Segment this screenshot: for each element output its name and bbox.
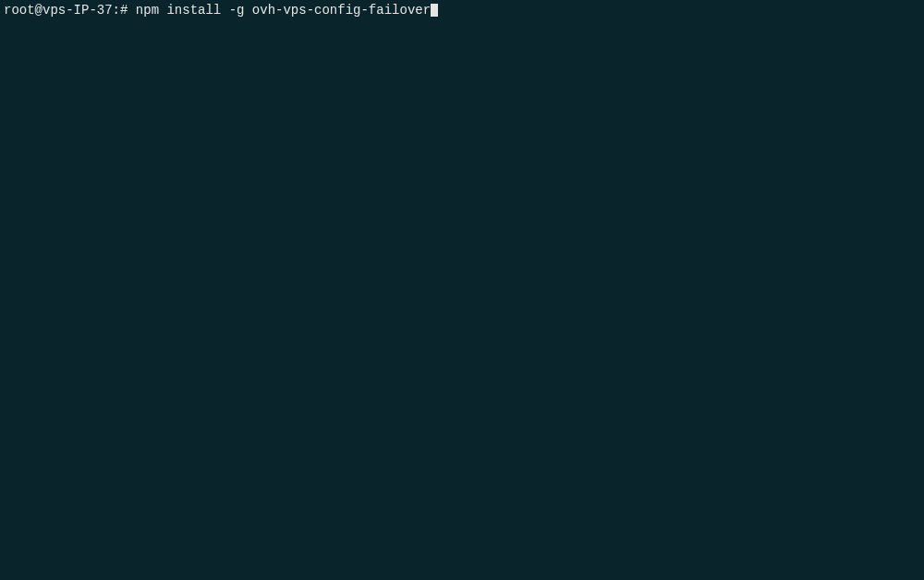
command-input[interactable]: npm install -g ovh-vps-config-failover <box>136 2 431 18</box>
terminal-window[interactable]: root@vps-IP-37:# npm install -g ovh-vps-… <box>0 0 924 580</box>
cursor-icon <box>431 4 438 17</box>
terminal-line: root@vps-IP-37:# npm install -g ovh-vps-… <box>4 2 920 18</box>
shell-prompt: root@vps-IP-37:# <box>4 2 136 18</box>
